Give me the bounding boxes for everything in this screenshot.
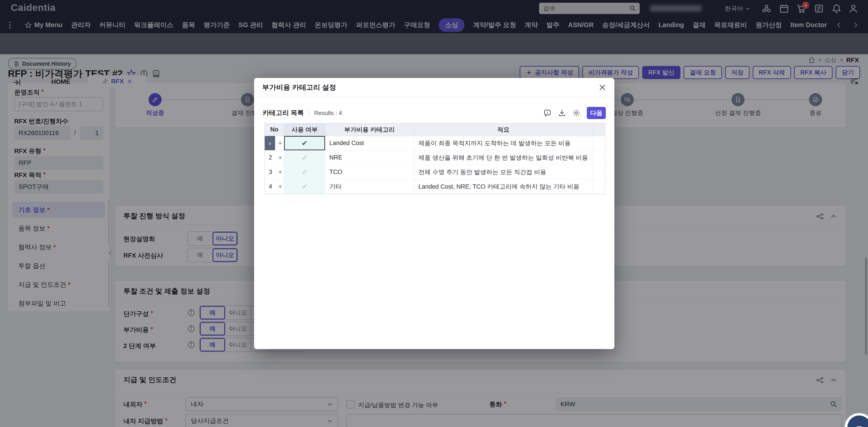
col-header-blank — [593, 123, 605, 136]
category-cell[interactable]: Landed Cost — [325, 136, 414, 151]
row-no-cell[interactable]: 4 + — [265, 179, 284, 194]
divider — [309, 109, 309, 117]
use-checkbox[interactable]: ✔ — [284, 165, 325, 179]
blank-cell — [593, 136, 605, 151]
row-no-cell[interactable]: 2 + — [265, 151, 284, 165]
expand-row-icon[interactable]: + — [278, 154, 282, 162]
expand-row-icon[interactable]: + — [278, 139, 282, 147]
blank-cell — [593, 165, 605, 179]
expand-row-icon[interactable]: + — [278, 168, 282, 176]
category-cell[interactable]: NRE — [325, 151, 414, 165]
expand-row-icon[interactable]: + — [278, 183, 282, 191]
col-header-category[interactable]: 부가비용 카테고리 — [325, 123, 414, 136]
desc-cell[interactable]: Landed Cost, NRE, TCO 카테고리에 속하지 않는 기타 비용 — [414, 179, 593, 194]
col-header-desc[interactable]: 적요 — [414, 123, 593, 136]
col-header-use[interactable]: 사용 여부 — [284, 123, 325, 136]
desc-cell[interactable]: 전체 수명 주기 동안 발생하는 모든 직간접 비용 — [414, 165, 593, 179]
modal-header: 부가비용 카테고리 설정 — [254, 78, 614, 97]
list-title: 카테고리 목록 — [263, 108, 304, 118]
use-checkbox-checked[interactable]: ✔ — [284, 136, 325, 151]
category-table: No 사용 여부 부가비용 카테고리 적요 › + ✔ Landed Cost … — [265, 123, 605, 194]
row-no-cell[interactable]: 3 + — [265, 165, 284, 179]
close-icon[interactable] — [598, 84, 606, 91]
col-header-no[interactable]: No — [265, 123, 284, 136]
download-icon[interactable] — [558, 109, 566, 117]
row-no-cell[interactable]: › + — [265, 136, 284, 151]
mascot-graphic — [847, 416, 868, 427]
row-number: 3 — [269, 168, 272, 175]
category-cell[interactable]: TCO — [325, 165, 414, 179]
gear-icon[interactable] — [572, 109, 581, 117]
extra-cost-category-modal: 부가비용 카테고리 설정 카테고리 목록 Results : 4 다음 No 사… — [254, 78, 614, 349]
row-select-chevron[interactable]: › — [265, 136, 275, 150]
app-root: Caidentia 한국어 4 — [0, 0, 868, 427]
row-number: 4 — [269, 183, 272, 190]
results-count: Results : 4 — [314, 109, 342, 117]
blank-cell — [593, 179, 605, 194]
desc-cell[interactable]: 제품이 최종 목적지까지 도착하는 데 발생하는 모든 비용 — [414, 136, 593, 151]
desc-cell[interactable]: 제품 생산을 위해 초기에 단 한 번 발생하는 일회성 비반복 비용 — [414, 151, 593, 165]
blank-cell — [593, 151, 605, 165]
next-button[interactable]: 다음 — [587, 107, 606, 119]
tooltip-info-icon[interactable] — [544, 109, 552, 117]
list-toolbar: 카테고리 목록 Results : 4 다음 — [263, 106, 606, 120]
row-number: 2 — [269, 154, 272, 161]
use-checkbox[interactable]: ✔ — [284, 179, 325, 194]
use-checkbox[interactable]: ✔ — [284, 151, 325, 165]
modal-title: 부가비용 카테고리 설정 — [262, 83, 336, 92]
category-cell[interactable]: 기타 — [325, 179, 414, 194]
